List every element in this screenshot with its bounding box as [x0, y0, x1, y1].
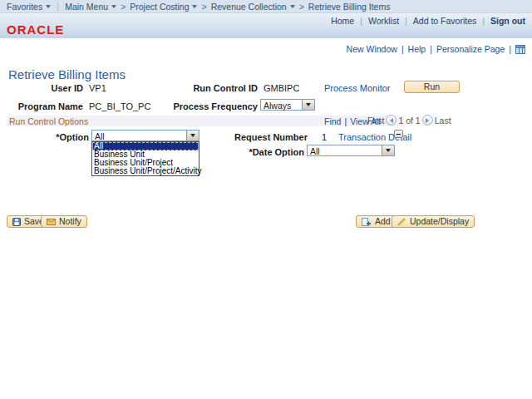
process-frequency-select[interactable]: Always	[260, 99, 315, 111]
process-frequency-value: Always	[264, 101, 291, 111]
option-value: All	[95, 131, 105, 141]
process-monitor-link[interactable]: Process Monitor	[324, 83, 390, 93]
section-title: Run Control Options	[9, 116, 88, 126]
request-number-value: 1	[322, 132, 327, 142]
header-banner: Home | Worklist | Add to Favorites | Sig…	[0, 13, 532, 38]
personalize-page-link[interactable]: Personalize Page	[436, 44, 505, 54]
run-button[interactable]: Run	[404, 81, 460, 93]
update-display-button[interactable]: Update/Display	[392, 215, 475, 228]
breadcrumb-current: Retrieve Billing Items	[308, 2, 391, 12]
application-window: Favorites Main Menu > Project Costing > …	[0, 0, 532, 399]
save-disk-icon	[12, 218, 21, 226]
program-name-value: PC_BI_TO_PC	[89, 101, 150, 111]
breadcrumb-favorites[interactable]: Favorites	[7, 2, 51, 12]
breadcrumb-project-costing[interactable]: Project Costing	[130, 2, 197, 12]
breadcrumb-separator: >	[121, 2, 126, 12]
dropdown-arrow-icon	[382, 145, 394, 155]
add-plus-icon	[362, 218, 372, 226]
find-separator: |	[344, 116, 347, 126]
run-control-id-label: Run Control ID	[150, 83, 258, 93]
dropdown-option-business-unit-project-activity[interactable]: Business Unit/Project/Activity	[92, 167, 199, 175]
home-link[interactable]: Home	[331, 16, 354, 26]
collapse-row-button[interactable]	[394, 130, 403, 138]
oracle-logo: ORACLE	[7, 22, 64, 37]
help-link[interactable]: Help	[408, 44, 426, 54]
minus-icon	[397, 134, 401, 135]
add-to-favorites-link[interactable]: Add to Favorites	[413, 16, 476, 26]
previous-page-button[interactable]	[386, 115, 397, 126]
next-page-button[interactable]	[422, 115, 433, 126]
utility-links: New Window | Help | Personalize Page |	[347, 44, 525, 54]
worklist-link[interactable]: Worklist	[368, 16, 399, 26]
personalize-layout-grid-icon[interactable]	[515, 45, 525, 54]
breadcrumb-separator: >	[201, 2, 206, 12]
notify-button[interactable]: Notify	[41, 215, 87, 228]
breadcrumb-main-menu-label: Main Menu	[65, 2, 108, 12]
run-control-id-value: GMBIPC	[264, 83, 299, 93]
chevron-down-icon	[111, 5, 116, 8]
notify-envelope-icon	[47, 219, 56, 225]
utility-separator: |	[430, 44, 432, 54]
chevron-down-icon	[192, 5, 197, 8]
header-separator: |	[482, 16, 485, 26]
breadcrumb-project-costing-label: Project Costing	[130, 2, 189, 12]
breadcrumb-revenue-collection-label: Revenue Collection	[211, 2, 287, 12]
arrow-right-icon	[426, 118, 429, 123]
add-button-label: Add	[375, 217, 391, 226]
arrow-left-icon	[390, 118, 393, 123]
page-title: Retrieve Billing Items	[8, 67, 126, 81]
update-display-button-label: Update/Display	[410, 217, 469, 226]
utility-separator: |	[509, 44, 511, 54]
process-frequency-label: Process Frequency	[150, 101, 258, 111]
chevron-down-icon	[290, 5, 295, 8]
last-label: Last	[435, 116, 451, 126]
user-id-label: User ID	[0, 83, 83, 93]
option-dropdown-list: All Business Unit Business Unit/Project …	[91, 141, 200, 176]
dropdown-arrow-icon	[302, 100, 314, 110]
notify-button-label: Notify	[59, 217, 81, 226]
add-button[interactable]: Add	[356, 215, 397, 228]
program-name-label: Program Name	[0, 101, 83, 111]
dropdown-arrow-icon	[186, 131, 199, 140]
breadcrumb-divider	[57, 2, 58, 11]
header-separator: |	[405, 16, 407, 26]
find-link[interactable]: Find	[324, 116, 341, 126]
header-separator: |	[360, 16, 362, 26]
date-option-label: *Date Option	[204, 147, 304, 157]
option-select[interactable]: All	[91, 130, 200, 141]
sign-out-link[interactable]: Sign out	[490, 16, 525, 26]
breadcrumb-separator: >	[299, 2, 304, 12]
header-links: Home | Worklist | Add to Favorites | Sig…	[331, 16, 525, 26]
update-pencil-icon	[397, 218, 406, 226]
pagination-bar: First 1 of 1 Last	[367, 115, 451, 126]
option-label: *Option	[8, 132, 89, 142]
breadcrumb-revenue-collection[interactable]: Revenue Collection	[211, 2, 295, 12]
request-number-label: Request Number	[208, 132, 308, 142]
user-id-value: VP1	[89, 83, 106, 93]
breadcrumb-favorites-label: Favorites	[7, 2, 42, 12]
breadcrumb-main-menu[interactable]: Main Menu	[65, 2, 116, 12]
chevron-down-icon	[46, 5, 51, 8]
date-option-value: All	[310, 146, 320, 156]
breadcrumb: Favorites Main Menu > Project Costing > …	[0, 0, 532, 13]
run-control-options-header: Run Control Options Find | View All Firs…	[7, 116, 404, 126]
utility-separator: |	[401, 44, 404, 54]
date-option-select[interactable]: All	[307, 145, 395, 156]
first-label: First	[367, 116, 384, 126]
page-indicator: 1 of 1	[398, 116, 420, 126]
new-window-link[interactable]: New Window	[347, 44, 397, 54]
